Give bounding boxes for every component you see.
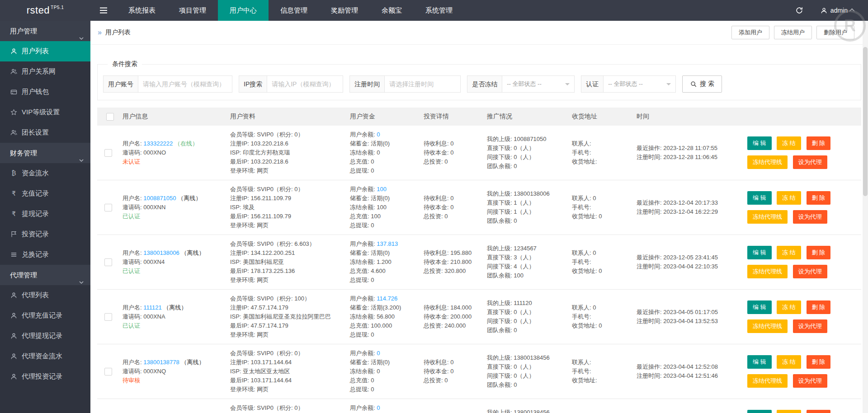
edit-button[interactable]: 编 辑: [747, 136, 772, 150]
sidebar-item[interactable]: 团长设置: [0, 122, 90, 143]
search-input-account[interactable]: [138, 75, 232, 93]
sidebar-group-header[interactable]: 代理管理: [0, 265, 90, 285]
freeze-agent-line-button[interactable]: 冻结代理线: [747, 210, 788, 224]
search-select-cert[interactable]: -- 全部状态 --: [604, 75, 676, 93]
username-label: admin: [830, 7, 848, 14]
sidebar-item-label: 兑换记录: [22, 250, 49, 259]
field-label: ISP:: [230, 258, 243, 265]
cell-promotion: 我的上级: 1008871050 直接下级: 0（人） 间接下级: 0（人） 团…: [483, 135, 568, 171]
sidebar-item[interactable]: 代理列表: [0, 285, 90, 305]
sidebar-group-label: 用户管理: [10, 27, 37, 35]
select-all-checkbox[interactable]: [106, 113, 114, 121]
scrollbar-thumb[interactable]: [863, 47, 868, 196]
search-input-ip[interactable]: [267, 75, 343, 93]
sidebar-item[interactable]: ₹ 提现记录: [0, 204, 90, 224]
cell-actions: 编 辑 冻 结 删 除 冻结代理线 设为代理: [744, 410, 861, 413]
freeze-button[interactable]: 冻 结: [777, 355, 801, 369]
set-agent-button[interactable]: 设为代理: [793, 265, 827, 278]
page-action-button[interactable]: 冻结用户: [774, 26, 812, 39]
username-link[interactable]: 1008871050: [143, 195, 176, 202]
page-action-button[interactable]: 添加用户: [731, 26, 769, 39]
cell-user-profile: 会员等级: SVIP0（积分: 0） 注册IP: 103.220.218.6 I…: [226, 130, 346, 175]
sidebar-group-header[interactable]: 用户管理: [0, 21, 90, 41]
hamburger-icon[interactable]: [90, 0, 117, 21]
total-withdraw: 0: [371, 277, 374, 283]
sidebar-item[interactable]: 用户钱包: [0, 82, 90, 102]
column-header: 用户资料: [226, 113, 346, 121]
sidebar-item[interactable]: 代理充值记录: [0, 305, 90, 326]
sidebar-item[interactable]: ₿ 资金流水: [0, 163, 90, 183]
sidebar-item-label: 代理资金流水: [22, 352, 62, 361]
username-link[interactable]: 111121: [143, 304, 162, 311]
username-link[interactable]: 13800138778: [143, 359, 179, 366]
user-menu[interactable]: admin: [812, 0, 868, 21]
topnav-item[interactable]: 余额宝: [370, 0, 414, 21]
sidebar-item[interactable]: 用户列表: [0, 41, 90, 61]
last-op-time: 2023-04-05 01:17:05: [663, 309, 718, 315]
cell-user-profile: 会员等级: SVIP0（积分: 0） 注册IP: 103.171.144.64 …: [226, 404, 346, 413]
set-agent-button[interactable]: 设为代理: [793, 155, 827, 169]
row-checkbox[interactable]: [104, 204, 112, 211]
search-input-regtime[interactable]: [385, 75, 461, 93]
freeze-button[interactable]: 冻 结: [777, 410, 801, 413]
sidebar-item[interactable]: 用户关系网: [0, 61, 90, 82]
sidebar-item[interactable]: 投资记录: [0, 224, 90, 244]
freeze-button[interactable]: 冻 结: [777, 300, 801, 314]
field-label: 用户名:: [123, 359, 143, 366]
row-checkbox[interactable]: [104, 258, 112, 266]
topnav-item[interactable]: 项目管理: [167, 0, 218, 21]
field-label: 间接下级:: [487, 372, 514, 379]
delete-button[interactable]: 删 除: [807, 355, 831, 369]
freeze-button[interactable]: 冻 结: [777, 246, 801, 259]
edit-button[interactable]: 编 辑: [747, 355, 772, 369]
search-select-frozen[interactable]: -- 全部状态 --: [502, 75, 575, 93]
sidebar-item[interactable]: 代理提现记录: [0, 326, 90, 346]
sidebar-item[interactable]: 兑换记录: [0, 244, 90, 265]
freeze-agent-line-button[interactable]: 冻结代理线: [747, 374, 788, 388]
edit-button[interactable]: 编 辑: [747, 410, 772, 413]
edit-button[interactable]: 编 辑: [747, 300, 772, 314]
delete-button[interactable]: 删 除: [807, 410, 831, 413]
user-icon: [10, 332, 18, 340]
cell-invest-detail: 待收利息: 0 待收本金: 0 总投资: 0: [420, 358, 483, 385]
delete-button[interactable]: 删 除: [807, 191, 831, 205]
username-link[interactable]: 13800138006: [143, 249, 179, 256]
delete-button[interactable]: 删 除: [807, 300, 831, 314]
row-checkbox[interactable]: [104, 368, 112, 375]
sidebar-item[interactable]: VIP等级设置: [0, 102, 90, 122]
user-icon: [10, 47, 18, 55]
pending-principal: 210.800: [450, 258, 472, 265]
online-status: （离线）: [181, 359, 204, 366]
topnav-item[interactable]: 奖励管理: [319, 0, 370, 21]
field-label: 团队余额:: [487, 272, 514, 279]
edit-button[interactable]: 编 辑: [747, 246, 772, 259]
reg-ip: 47.57.174.179: [251, 304, 288, 311]
topnav-item[interactable]: 用户中心: [218, 0, 269, 21]
set-agent-button[interactable]: 设为代理: [793, 374, 827, 388]
set-agent-button[interactable]: 设为代理: [793, 210, 827, 224]
sidebar-item[interactable]: 代理投资记录: [0, 366, 90, 387]
freeze-button[interactable]: 冻 结: [777, 136, 801, 150]
refresh-icon[interactable]: [786, 0, 812, 21]
sidebar-group-header[interactable]: 财务管理: [0, 143, 90, 163]
row-checkbox[interactable]: [104, 313, 112, 321]
username-link[interactable]: 133322222: [143, 140, 173, 147]
freeze-agent-line-button[interactable]: 冻结代理线: [747, 155, 788, 169]
sidebar-item[interactable]: ₹ 充值记录: [0, 183, 90, 204]
delete-button[interactable]: 删 除: [807, 136, 831, 150]
edit-button[interactable]: 编 辑: [747, 191, 772, 205]
page-action-button[interactable]: 删除用户: [816, 26, 854, 39]
topnav: 系统报表项目管理用户中心信息管理奖励管理余额宝系统管理: [117, 0, 464, 21]
row-checkbox[interactable]: [104, 149, 112, 157]
topnav-item[interactable]: 信息管理: [269, 0, 319, 21]
sidebar-item[interactable]: 代理资金流水: [0, 346, 90, 366]
search-button[interactable]: 搜 索: [682, 75, 722, 93]
cell-address: 联系人: 手机号: 收货地址:: [568, 139, 633, 166]
delete-button[interactable]: 删 除: [807, 246, 831, 259]
topnav-item[interactable]: 系统报表: [117, 0, 167, 21]
topnav-item[interactable]: 系统管理: [414, 0, 464, 21]
freeze-agent-line-button[interactable]: 冻结代理线: [747, 319, 788, 333]
freeze-button[interactable]: 冻 结: [777, 191, 801, 205]
set-agent-button[interactable]: 设为代理: [793, 319, 827, 333]
freeze-agent-line-button[interactable]: 冻结代理线: [747, 265, 788, 278]
